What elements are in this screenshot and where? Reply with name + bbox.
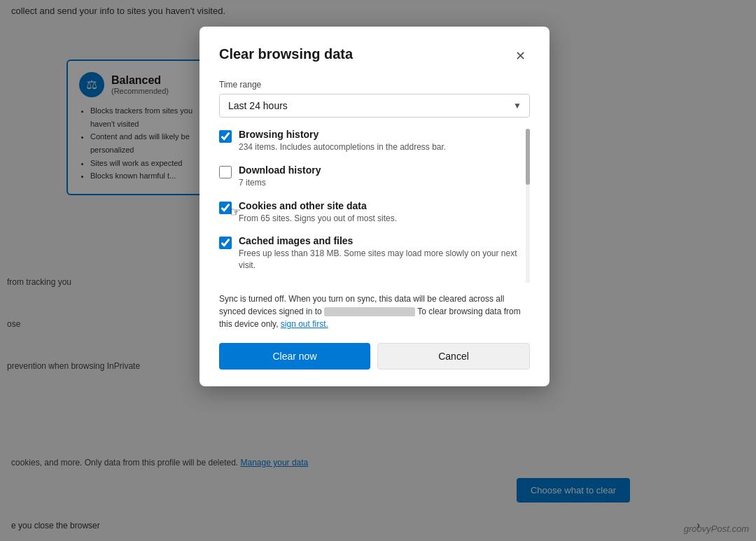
cookies-label: Cookies and other site data From 65 site… (239, 200, 520, 225)
time-range-wrapper: Last hour Last 24 hours Last 7 days Last… (219, 94, 530, 118)
time-range-select[interactable]: Last hour Last 24 hours Last 7 days Last… (219, 94, 530, 118)
browsing-history-checkbox[interactable] (219, 130, 232, 143)
cached-images-checkbox[interactable] (219, 237, 232, 249)
download-history-item: Download history 7 items (219, 164, 530, 189)
browsing-history-desc: 234 items. Includes autocompletions in t… (239, 141, 520, 153)
clear-now-button[interactable]: Clear now (219, 343, 370, 370)
cached-images-desc: Frees up less than 318 MB. Some sites ma… (239, 248, 520, 272)
scrollbar-track (526, 129, 530, 283)
download-history-checkbox[interactable] (219, 166, 232, 178)
cookies-desc: From 65 sites. Signs you out of most sit… (239, 213, 520, 225)
sync-notice: Sync is turned off. When you turn on syn… (219, 293, 530, 330)
cached-images-label: Cached images and files Frees up less th… (239, 235, 520, 272)
browsing-history-label: Browsing history 234 items. Includes aut… (239, 129, 520, 153)
close-icon: ✕ (515, 48, 526, 64)
browsing-history-title: Browsing history (239, 129, 520, 140)
cookies-checkbox[interactable] (219, 202, 232, 214)
download-history-label: Download history 7 items (239, 164, 520, 189)
download-history-desc: 7 items (239, 177, 520, 189)
download-history-title: Download history (239, 164, 520, 176)
scrollbar-thumb[interactable] (526, 129, 530, 185)
cancel-button[interactable]: Cancel (377, 343, 530, 370)
sign-out-link[interactable]: sign out first. (281, 319, 328, 329)
cookies-title: Cookies and other site data (239, 200, 520, 211)
modal-header: Clear browsing data ✕ (219, 46, 530, 66)
time-range-label: Time range (219, 80, 530, 90)
cached-images-item: Cached images and files Frees up less th… (219, 235, 530, 272)
cookies-item: Cookies and other site data From 65 site… (219, 200, 530, 225)
clear-browsing-data-dialog: Clear browsing data ✕ Time range Last ho… (200, 27, 550, 386)
browsing-history-item: Browsing history 234 items. Includes aut… (219, 129, 530, 153)
cached-images-title: Cached images and files (239, 235, 520, 246)
email-blur (324, 307, 415, 316)
close-button[interactable]: ✕ (510, 46, 530, 66)
checkboxes-area: Browsing history 234 items. Includes aut… (219, 129, 530, 283)
modal-title: Clear browsing data (219, 46, 353, 62)
modal-buttons: Clear now Cancel (219, 343, 530, 370)
